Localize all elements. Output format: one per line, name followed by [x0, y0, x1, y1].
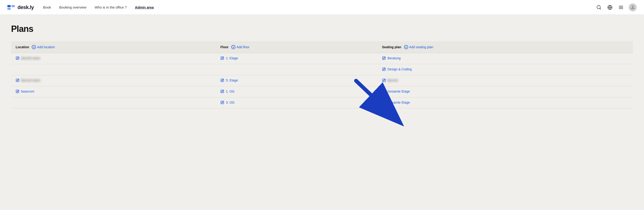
header: desk.ly Book Booking overview Who is in … [0, 0, 644, 15]
svg-rect-33 [382, 101, 385, 104]
seating-plan-edit[interactable]: Design & Coding [382, 67, 412, 71]
seating-plan-column-header: Seating plan + Add seating plan [378, 41, 633, 53]
svg-line-22 [222, 81, 222, 81]
svg-line-14 [222, 59, 222, 59]
location-cell: blurred name [11, 75, 216, 86]
location-cell: blurred name [11, 53, 216, 64]
floor-cell: 3. OG [216, 97, 378, 109]
svg-rect-23 [382, 79, 385, 82]
svg-rect-1 [7, 8, 10, 10]
svg-rect-0 [7, 5, 10, 7]
seating-plan-cell: blurred [378, 75, 633, 86]
seating-plan-cell: Gesamte Etage [378, 97, 633, 109]
location-edit[interactable]: blurred name [16, 56, 40, 60]
main-nav: Book Booking overview Who is in the offi… [43, 5, 596, 9]
floor-edit[interactable]: 5. Etage [220, 78, 238, 82]
logo[interactable]: desk.ly [7, 4, 34, 11]
add-floor-button[interactable]: + Add floor [231, 45, 250, 49]
seating-plan-edit[interactable]: blurred [382, 78, 398, 82]
page-title: Plans [11, 24, 633, 34]
seating-plan-edit[interactable]: Gesamte Etage [382, 89, 410, 93]
svg-line-12 [17, 59, 17, 59]
location-cell: basecom [11, 86, 216, 97]
floor-column-header: Floor + Add floor [216, 41, 378, 53]
floor-cell: 5. Etage [216, 75, 378, 86]
svg-line-18 [383, 70, 384, 70]
floor-cell: 1. Etage [216, 53, 378, 64]
table-row: Design & Coding [11, 64, 633, 75]
svg-line-20 [17, 81, 17, 81]
add-location-icon: + [32, 45, 36, 49]
svg-rect-11 [16, 57, 19, 60]
nav-book[interactable]: Book [43, 5, 51, 9]
add-seating-plan-button[interactable]: + Add seating plan [404, 45, 433, 49]
svg-rect-25 [16, 90, 19, 93]
svg-point-10 [632, 6, 634, 7]
svg-rect-19 [16, 79, 19, 82]
seating-plan-cell: Design & Coding [378, 64, 633, 75]
location-edit[interactable]: basecom [16, 89, 34, 93]
svg-line-24 [383, 81, 384, 81]
search-icon[interactable] [596, 4, 602, 11]
svg-line-4 [600, 8, 601, 9]
location-edit[interactable]: blurred name [16, 78, 40, 82]
plans-table: Location + Add location Floor + Add floo… [11, 41, 633, 109]
add-location-button[interactable]: + Add location [32, 45, 55, 49]
svg-rect-21 [221, 79, 224, 82]
user-avatar[interactable] [629, 4, 637, 11]
seating-plan-cell: Beratung [378, 53, 633, 64]
nav-who-in-office[interactable]: Who is in the office ? [95, 5, 127, 9]
nav-admin-area[interactable]: Admin area [135, 5, 154, 9]
svg-rect-13 [221, 57, 224, 60]
svg-line-16 [383, 59, 384, 59]
svg-rect-27 [221, 90, 224, 93]
header-actions [596, 4, 637, 11]
svg-rect-17 [382, 68, 385, 71]
seating-plan-edit[interactable]: Gesamte Etage [382, 101, 410, 104]
nav-booking-overview[interactable]: Booking overview [59, 5, 86, 9]
location-cell [11, 97, 216, 109]
svg-rect-29 [382, 90, 385, 93]
main-content: Plans Location + Add location Floor + [0, 15, 644, 118]
floor-cell [216, 64, 378, 75]
location-cell [11, 64, 216, 75]
seating-plan-edit[interactable]: Beratung [382, 56, 401, 60]
svg-line-34 [383, 103, 384, 103]
svg-rect-31 [221, 101, 224, 104]
floor-edit[interactable]: 1. OG [220, 89, 234, 93]
svg-rect-2 [12, 5, 15, 7]
table-row: blurred name 1. Etage Beratung [11, 53, 633, 64]
table-row: 3. OG Gesamte Etage [11, 97, 633, 109]
table-row: basecom 1. OG Gesamte Etage [11, 86, 633, 97]
floor-cell: 1. OG [216, 86, 378, 97]
add-floor-icon: + [231, 45, 236, 49]
table-row: blurred name 5. Etage blurred [11, 75, 633, 86]
plans-table-wrapper: Location + Add location Floor + Add floo… [11, 41, 633, 109]
logo-text: desk.ly [18, 4, 34, 10]
seating-plan-cell: Gesamte Etage [378, 86, 633, 97]
svg-rect-15 [382, 57, 385, 60]
menu-icon[interactable] [618, 4, 624, 11]
logo-icon [7, 4, 16, 11]
location-column-header: Location + Add location [11, 41, 216, 53]
svg-line-32 [222, 103, 222, 103]
floor-edit[interactable]: 1. Etage [220, 56, 238, 60]
floor-edit[interactable]: 3. OG [220, 101, 234, 104]
globe-icon[interactable] [607, 4, 613, 11]
add-seating-plan-icon: + [404, 45, 408, 49]
column-headers: Location + Add location Floor + Add floo… [11, 41, 633, 53]
